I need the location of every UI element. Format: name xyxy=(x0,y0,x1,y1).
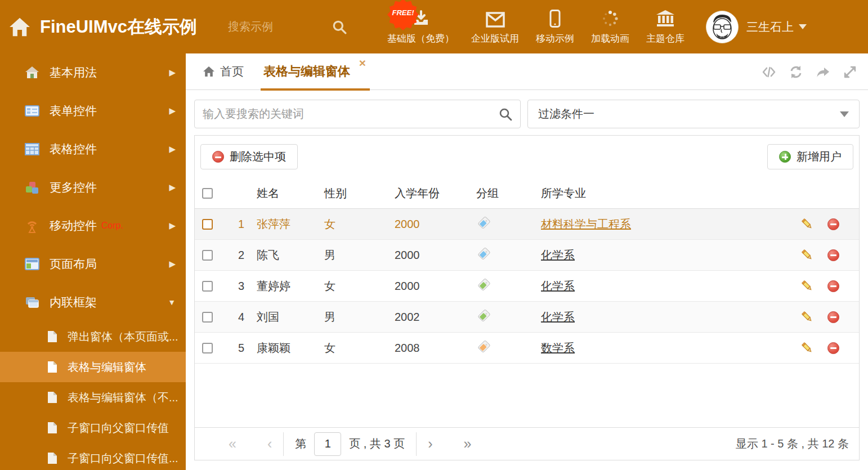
form-icon xyxy=(25,104,39,118)
table-row[interactable]: 2 陈飞 男 2000 化学系 xyxy=(195,240,859,271)
chevron-right-icon: ▶ xyxy=(169,221,176,231)
frames-icon xyxy=(25,295,39,310)
minus-circle-icon xyxy=(212,151,224,163)
refresh-icon[interactable] xyxy=(789,65,803,79)
username[interactable]: 三生石上 xyxy=(746,19,794,35)
edit-pencil-icon[interactable] xyxy=(800,217,814,231)
table-row[interactable]: 3 董婷婷 女 2000 化学系 xyxy=(195,271,859,302)
app-title: FineUIMvc在线示例 xyxy=(40,15,197,39)
search-icon[interactable] xyxy=(499,108,512,121)
tag-icon xyxy=(477,278,491,292)
cell-year: 2002 xyxy=(395,311,476,324)
sidebar-item-label: 表单控件 xyxy=(50,103,97,119)
sidebar-subitem-label: 表格与编辑窗体（不... xyxy=(68,390,178,405)
table-row[interactable]: 1 张萍萍 女 2000 材料科学与工程系 xyxy=(195,209,859,240)
page-number-input[interactable] xyxy=(314,432,341,456)
row-checkbox[interactable] xyxy=(202,343,213,353)
major-link[interactable]: 化学系 xyxy=(541,311,575,323)
major-link[interactable]: 数学系 xyxy=(541,342,575,354)
main-content: 首页 表格与编辑窗体 × xyxy=(186,53,868,470)
table-row[interactable]: 4 刘国 男 2002 化学系 xyxy=(195,302,859,333)
delete-row-icon[interactable] xyxy=(827,342,839,354)
nav-mobile-examples[interactable]: 移动示例 xyxy=(536,8,574,45)
edit-pencil-icon[interactable] xyxy=(800,341,814,355)
cell-name: 康颖颖 xyxy=(257,341,324,356)
cell-year: 2000 xyxy=(395,280,476,293)
source-code-icon[interactable] xyxy=(762,65,776,79)
last-page-icon[interactable]: » xyxy=(463,437,471,451)
delete-row-icon[interactable] xyxy=(827,280,839,292)
sidebar-item-iframe[interactable]: 内联框架 ▼ xyxy=(0,283,186,321)
cell-gender: 男 xyxy=(324,248,395,263)
cell-year: 2008 xyxy=(395,342,476,355)
col-year: 入学年份 xyxy=(395,186,476,201)
sidebar-item-label: 表格控件 xyxy=(50,141,97,157)
file-icon xyxy=(47,361,57,373)
cell-year: 2000 xyxy=(395,218,476,231)
header-nav: 基础版（免费） 企业版试用 移动示例 xyxy=(387,8,684,45)
nav-enterprise-trial[interactable]: 企业版试用 xyxy=(471,8,519,45)
row-checkbox[interactable] xyxy=(202,312,213,323)
share-icon[interactable] xyxy=(816,65,830,79)
first-page-icon[interactable]: « xyxy=(229,437,236,451)
sidebar-item-label: 移动控件 xyxy=(50,218,97,234)
filter-dropdown[interactable]: 过滤条件一 xyxy=(527,100,860,128)
file-icon xyxy=(47,422,57,434)
sidebar-subitem-child-to-parent-2[interactable]: 子窗口向父窗口传值... xyxy=(0,443,186,470)
header-search-icon[interactable] xyxy=(332,20,347,34)
spinner-icon xyxy=(601,8,619,28)
expand-icon[interactable] xyxy=(843,65,857,79)
table-header-row: 姓名 性别 入学年份 分组 所学专业 xyxy=(195,178,859,209)
sidebar-item-form-controls[interactable]: 表单控件 ▶ xyxy=(0,92,186,130)
sidebar-subitem-grid-edit-window-2[interactable]: 表格与编辑窗体（不... xyxy=(0,382,186,413)
sidebar-subitem-popup-window[interactable]: 弹出窗体（本页面或... xyxy=(0,321,186,352)
tab-active-underline xyxy=(261,88,370,91)
page-suffix: 页 , 共 3 页 xyxy=(349,436,405,451)
sidebar-subitem-grid-edit-window[interactable]: 表格与编辑窗体 xyxy=(0,352,186,382)
prev-page-icon[interactable]: ‹ xyxy=(267,437,272,451)
sidebar-item-grid-controls[interactable]: 表格控件 ▶ xyxy=(0,130,186,168)
keyword-search-input[interactable] xyxy=(203,108,499,120)
user-menu-caret-icon[interactable] xyxy=(799,24,807,29)
nav-theme-repository[interactable]: 主题仓库 xyxy=(646,8,684,45)
delete-selected-button[interactable]: 删除选中项 xyxy=(200,144,298,169)
tab-home[interactable]: 首页 xyxy=(203,64,244,79)
avatar[interactable] xyxy=(706,11,739,43)
major-link[interactable]: 化学系 xyxy=(541,249,575,261)
table-row[interactable]: 5 康颖颖 女 2008 数学系 xyxy=(195,333,859,364)
sidebar-item-page-layout[interactable]: 页面布局 ▶ xyxy=(0,245,186,283)
edit-pencil-icon[interactable] xyxy=(800,279,814,293)
col-group: 分组 xyxy=(476,186,541,201)
row-checkbox[interactable] xyxy=(202,219,213,230)
next-page-icon[interactable]: › xyxy=(428,437,432,451)
sidebar-subitem-child-to-parent[interactable]: 子窗口向父窗口传值 xyxy=(0,413,186,443)
tab-close-icon[interactable]: × xyxy=(359,57,366,69)
tab-toolbar xyxy=(762,53,857,90)
sidebar-item-more-controls[interactable]: 更多控件 ▶ xyxy=(0,168,186,207)
pagination-bar: « ‹ 第 页 , 共 3 页 › » 显示 1 - 5 条 , 共 12 条 xyxy=(195,427,859,460)
grid-toolbar: 删除选中项 新增用户 xyxy=(195,136,859,178)
delete-row-icon[interactable] xyxy=(827,311,839,323)
filter-row: 过滤条件一 xyxy=(194,100,860,128)
delete-row-icon[interactable] xyxy=(827,218,839,230)
select-all-checkbox[interactable] xyxy=(202,188,213,199)
nav-loading-animations[interactable]: 加载动画 xyxy=(591,8,629,45)
delete-row-icon[interactable] xyxy=(827,249,839,261)
sidebar-subitem-label: 表格与编辑窗体 xyxy=(68,360,146,375)
row-checkbox[interactable] xyxy=(202,281,213,292)
header-search-input[interactable] xyxy=(228,20,326,33)
sidebar-item-basic-usage[interactable]: 基本用法 ▶ xyxy=(0,53,186,92)
major-link[interactable]: 材料科学与工程系 xyxy=(541,218,631,230)
home-tab-icon xyxy=(203,66,215,77)
major-link[interactable]: 化学系 xyxy=(541,280,575,292)
tab-grid-edit-window[interactable]: 表格与编辑窗体 × xyxy=(263,53,367,90)
add-user-button[interactable]: 新增用户 xyxy=(767,144,853,169)
edit-pencil-icon[interactable] xyxy=(800,310,814,324)
row-checkbox[interactable] xyxy=(202,250,213,261)
chevron-right-icon: ▶ xyxy=(169,68,176,78)
home-icon[interactable] xyxy=(8,17,31,37)
edit-pencil-icon[interactable] xyxy=(800,248,814,262)
sidebar-item-mobile-controls[interactable]: 移动控件 Corp. ▶ xyxy=(0,207,186,245)
tab-bar: 首页 表格与编辑窗体 × xyxy=(186,53,868,90)
sidebar-subitem-label: 子窗口向父窗口传值 xyxy=(68,420,169,436)
